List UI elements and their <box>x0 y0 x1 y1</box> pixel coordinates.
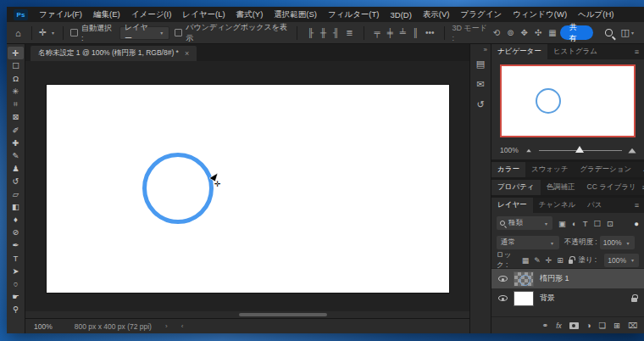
3d-orbit-icon[interactable]: ⟲ <box>493 28 500 37</box>
more-options-icon[interactable]: ••• <box>425 28 435 37</box>
filter-pixel-layers-icon[interactable]: ▣ <box>558 219 566 228</box>
fill-field[interactable]: 100% ▾ <box>604 254 639 267</box>
home-icon[interactable]: ⌂ <box>15 28 21 38</box>
marquee-tool[interactable]: ☐ <box>8 59 24 72</box>
tab-swatches[interactable]: スウォッチ <box>525 162 575 177</box>
menu-file[interactable]: ファイル(F) <box>39 9 82 20</box>
filter-toggle-icon[interactable]: ● <box>634 219 639 228</box>
path-selection-tool[interactable]: ➤ <box>8 265 24 277</box>
3d-camera-icon[interactable]: ▦ <box>548 28 556 37</box>
lock-position-icon[interactable]: ✛ <box>546 256 552 265</box>
panel-menu-icon[interactable]: ≡ <box>635 48 639 56</box>
auto-select-dropdown[interactable]: レイヤー ▾ <box>119 26 169 40</box>
move-tool-icon[interactable]: ✛ <box>39 27 47 38</box>
blend-mode-dropdown[interactable]: 通常 ▾ <box>497 236 559 249</box>
3d-pan-icon[interactable]: ✥ <box>521 28 528 37</box>
eyedropper-tool[interactable]: ✐ <box>8 124 24 137</box>
align-bottom-icon[interactable]: ╧ <box>400 28 406 37</box>
zoom-in-icon[interactable] <box>628 148 636 153</box>
zoom-out-icon[interactable] <box>526 148 531 152</box>
visibility-eye-icon[interactable] <box>498 276 508 282</box>
layer-row-background[interactable]: 背景 <box>491 288 644 308</box>
filter-smart-objects-icon[interactable]: ⊡ <box>607 219 613 228</box>
move-tool[interactable]: ✛ <box>8 47 24 59</box>
crop-tool[interactable]: ⌗ <box>8 98 24 110</box>
photoshop-logo-icon[interactable]: Ps <box>14 9 28 20</box>
align-left-icon[interactable]: ╟ <box>308 28 314 37</box>
clone-stamp-tool[interactable]: ♟ <box>8 162 24 175</box>
tab-layers[interactable]: レイヤー <box>491 198 533 213</box>
tab-gradients[interactable]: グラデーション <box>574 162 637 177</box>
tab-properties[interactable]: プロパティ <box>491 180 541 195</box>
search-icon[interactable] <box>605 29 613 36</box>
close-icon[interactable]: × <box>185 49 189 58</box>
status-arrow-left-icon[interactable]: ‹ <box>181 322 184 330</box>
3d-slide-icon[interactable]: ✣ <box>535 28 541 37</box>
type-tool[interactable]: T <box>8 252 24 265</box>
tab-paths[interactable]: パス <box>581 198 608 213</box>
align-right-icon[interactable]: ╢ <box>333 28 339 37</box>
document-canvas[interactable] <box>47 85 449 293</box>
expand-dock-icon[interactable]: » <box>484 46 487 53</box>
status-arrow-icon[interactable]: › <box>165 322 168 330</box>
new-group-icon[interactable]: ❏ <box>599 321 607 330</box>
menu-type[interactable]: 書式(Y) <box>236 9 264 20</box>
add-mask-icon[interactable] <box>569 322 579 329</box>
align-edges-icon[interactable]: ≣ <box>346 28 353 37</box>
menu-3d[interactable]: 3D(D) <box>391 10 412 20</box>
version-history-icon[interactable]: ▤ <box>476 53 485 74</box>
gradient-tool[interactable]: ◧ <box>8 200 24 213</box>
auto-select-checkbox[interactable] <box>70 29 78 36</box>
zoom-level-field[interactable]: 100% <box>34 322 53 331</box>
menu-view[interactable]: 表示(V) <box>423 9 450 20</box>
brush-tool[interactable]: ✎ <box>8 149 24 162</box>
tab-navigator[interactable]: ナビゲーター <box>491 44 547 59</box>
workspace-chevron-icon[interactable]: ▾ <box>631 30 634 36</box>
new-layer-icon[interactable]: ⊞ <box>613 321 620 330</box>
workspace-icon[interactable]: ◫ <box>621 27 630 38</box>
bounding-box-checkbox[interactable] <box>175 29 182 36</box>
menu-help[interactable]: ヘルプ(H) <box>578 9 613 20</box>
zoom-tool[interactable]: ⚲ <box>8 303 24 316</box>
filter-adjustment-layers-icon[interactable]: ◐ <box>572 219 577 228</box>
frame-tool[interactable]: ⊠ <box>8 110 24 123</box>
lasso-tool[interactable]: Ω <box>8 72 24 85</box>
align-top-icon[interactable]: ╤ <box>375 28 380 37</box>
eraser-tool[interactable]: ▱ <box>8 187 24 200</box>
navigator-proxy-view[interactable] <box>500 64 636 137</box>
menu-layer[interactable]: レイヤー(L) <box>182 9 225 20</box>
filter-type-layers-icon[interactable]: T <box>583 219 588 228</box>
hand-tool[interactable]: ☛ <box>8 290 24 303</box>
navigator-zoom-field[interactable]: 100% <box>500 146 519 154</box>
comments-icon[interactable]: ✉ <box>476 74 484 94</box>
filter-shape-layers-icon[interactable]: ☐ <box>594 219 602 228</box>
layer-thumbnail[interactable] <box>514 271 534 287</box>
align-middle-icon[interactable]: ╪ <box>387 28 393 37</box>
layer-filter-dropdown[interactable]: 種類 ▾ <box>497 216 552 230</box>
tab-histogram[interactable]: ヒストグラム <box>547 44 603 59</box>
tab-patterns[interactable]: パターン <box>637 162 644 177</box>
adjustment-layer-icon[interactable]: ◑ <box>586 321 591 330</box>
canvas-workspace[interactable]: ✛ <box>25 61 469 318</box>
menu-filter[interactable]: フィルター(T) <box>328 9 380 20</box>
opacity-field[interactable]: 100% ▾ <box>600 236 635 249</box>
lock-pixels-icon[interactable]: ✎ <box>534 256 541 265</box>
tab-channels[interactable]: チャンネル <box>533 198 582 213</box>
horizontal-scrollbar[interactable] <box>25 311 469 318</box>
lock-transparency-icon[interactable]: ▦ <box>522 256 530 265</box>
delete-layer-icon[interactable]: ⌧ <box>628 321 637 330</box>
menu-image[interactable]: イメージ(I) <box>131 9 172 20</box>
layer-style-icon[interactable]: fx <box>556 321 562 330</box>
layer-thumbnail[interactable] <box>514 291 534 306</box>
tab-cc-libraries[interactable]: CC ライブラリ <box>581 180 642 195</box>
link-layers-icon[interactable]: ⚭ <box>541 321 548 330</box>
panel-menu-icon[interactable]: ≡ <box>635 201 639 210</box>
menu-plugins[interactable]: プラグイン <box>461 9 502 20</box>
menu-edit[interactable]: 編集(E) <box>93 9 120 20</box>
align-center-icon[interactable]: ╫ <box>320 28 326 37</box>
scrollbar-thumb[interactable] <box>239 313 328 316</box>
object-selection-tool[interactable]: ✳ <box>8 85 24 98</box>
history-brush-tool[interactable]: ↺ <box>8 175 24 187</box>
healing-brush-tool[interactable]: ✚ <box>8 137 24 149</box>
lock-all-icon[interactable] <box>569 260 573 264</box>
